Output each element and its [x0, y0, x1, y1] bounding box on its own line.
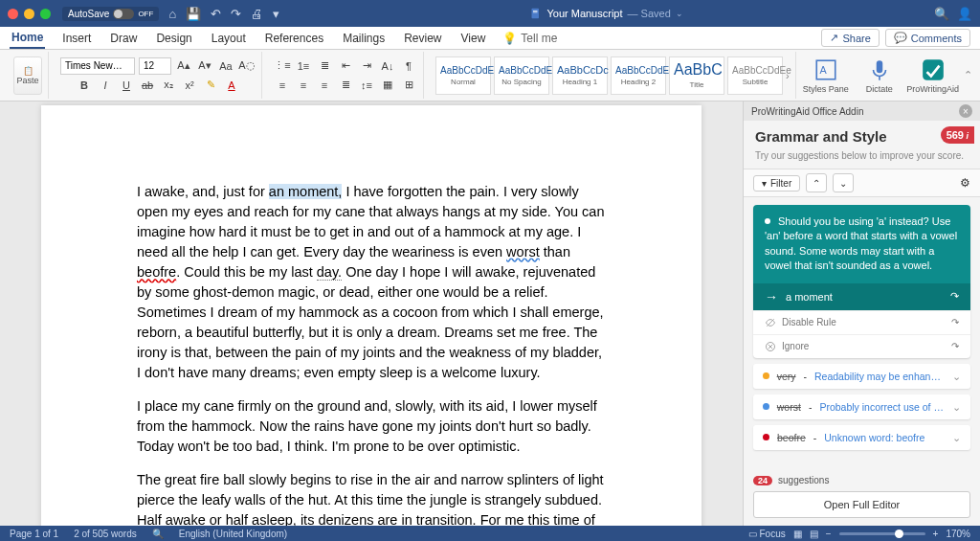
page[interactable]: I awake, and, just for an moment, I have…: [41, 105, 702, 526]
style-heading1[interactable]: AaBbCcDcHeading 1: [552, 56, 608, 95]
tab-home[interactable]: Home: [10, 28, 45, 49]
highlight-icon[interactable]: ✎: [202, 77, 219, 94]
ignore-rule[interactable]: Ignore↷: [753, 334, 970, 358]
replacement-row[interactable]: →a moment↷: [753, 283, 970, 310]
decrease-font-icon[interactable]: A▾: [196, 57, 213, 75]
view-print-icon[interactable]: ▦: [793, 529, 802, 539]
justify-icon[interactable]: ≣: [337, 77, 354, 94]
tab-view[interactable]: View: [459, 29, 488, 48]
paragraph-3[interactable]: The great fire ball slowly begins to ris…: [137, 470, 606, 526]
style-title[interactable]: AaBbCTitle: [669, 56, 724, 95]
paste-button[interactable]: 📋Paste: [13, 56, 42, 95]
account-icon[interactable]: 👤: [957, 7, 972, 21]
share-button[interactable]: ↗ Share: [821, 29, 879, 47]
zoom-window[interactable]: [40, 9, 51, 19]
tab-design[interactable]: Design: [154, 29, 193, 48]
subscript-icon[interactable]: x₂: [160, 77, 177, 94]
font-select[interactable]: [60, 57, 135, 75]
comments-button[interactable]: 💬 Comments: [885, 29, 970, 47]
redo-icon[interactable]: ↷: [231, 7, 241, 21]
svg-rect-5: [876, 60, 882, 73]
font-color-icon[interactable]: A: [223, 77, 240, 94]
prowritingaid-button[interactable]: ProWritingAid: [909, 57, 957, 94]
style-nospacing[interactable]: AaBbCcDdEeNo Spacing: [494, 56, 549, 95]
search-icon[interactable]: 🔍: [934, 7, 949, 21]
dictate-button[interactable]: Dictate: [856, 57, 903, 94]
increase-font-icon[interactable]: A▴: [175, 57, 192, 75]
collapse-ribbon-icon[interactable]: ⌃: [964, 69, 972, 81]
show-marks-icon[interactable]: ¶: [400, 57, 417, 75]
doc-name: Your Manuscript: [546, 8, 622, 19]
window-controls[interactable]: [8, 9, 51, 19]
underline-icon[interactable]: U: [118, 77, 135, 94]
sort-icon[interactable]: A↓: [379, 57, 396, 75]
home-icon[interactable]: ⌂: [168, 7, 176, 21]
bullets-icon[interactable]: ⋮≡: [274, 57, 291, 75]
align-left-icon[interactable]: ≡: [274, 77, 291, 94]
ribbon-tabs: Home Insert Draw Design Layout Reference…: [0, 27, 980, 50]
undo-icon[interactable]: ↶: [211, 7, 221, 21]
bold-icon[interactable]: B: [76, 77, 93, 94]
close-pane-icon[interactable]: ×: [959, 104, 972, 118]
view-web-icon[interactable]: ▤: [810, 529, 818, 539]
outdent-icon[interactable]: ⇤: [337, 57, 354, 75]
zoom-out-icon[interactable]: −: [826, 529, 832, 539]
line-spacing-icon[interactable]: ↕≡: [358, 77, 375, 94]
prev-issue-button[interactable]: ⌃: [806, 173, 827, 192]
tab-insert[interactable]: Insert: [60, 29, 93, 48]
close-window[interactable]: [8, 9, 18, 19]
language-indicator[interactable]: English (United Kingdom): [179, 529, 287, 539]
style-heading2[interactable]: AaBbCcDdEeHeading 2: [611, 56, 666, 95]
status-bar: Page 1 of 1 2 of 505 words 🔍 English (Un…: [0, 526, 980, 541]
numbering-icon[interactable]: 1≡: [295, 57, 312, 75]
strike-icon[interactable]: ab: [139, 77, 156, 94]
paragraph-2[interactable]: I place my cane firmly on the ground and…: [137, 396, 606, 457]
paragraph-1[interactable]: I awake, and, just for an moment, I have…: [137, 182, 606, 383]
filter-button[interactable]: ▾ Filter: [753, 175, 800, 192]
suggestion-beofre[interactable]: beofre-Unknown word: beofre⌄: [753, 425, 970, 450]
shading-icon[interactable]: ▦: [379, 77, 396, 94]
print-icon[interactable]: 🖨: [251, 7, 263, 21]
style-normal[interactable]: AaBbCcDdEeNormal: [435, 56, 491, 95]
suggestion-worst[interactable]: worst-Probably incorrect use of s…⌄: [753, 394, 970, 419]
italic-icon[interactable]: I: [97, 77, 114, 94]
suggestion-card-main[interactable]: Should you be using 'a' instead? Use 'an…: [753, 205, 970, 358]
zoom-in-icon[interactable]: +: [933, 529, 939, 539]
style-subtitle[interactable]: AaBbCcDdEeSubtitle: [727, 56, 783, 95]
autosave-toggle[interactable]: AutoSave OFF: [62, 7, 159, 21]
clear-format-icon[interactable]: A◌: [238, 57, 256, 75]
document-area[interactable]: I awake, and, just for an moment, I have…: [0, 101, 743, 526]
customize-icon[interactable]: ▾: [273, 7, 279, 21]
qat: ⌂ 💾 ↶ ↷ 🖨 ▾: [168, 7, 279, 21]
tab-layout[interactable]: Layout: [210, 29, 248, 48]
minimize-window[interactable]: [24, 9, 34, 19]
next-issue-button[interactable]: ⌄: [833, 173, 854, 192]
word-count[interactable]: 2 of 505 words: [74, 529, 137, 539]
tab-references[interactable]: References: [263, 29, 325, 48]
spellcheck-icon[interactable]: 🔍: [152, 529, 164, 539]
tell-me[interactable]: 💡 Tell me: [502, 32, 557, 45]
zoom-level[interactable]: 170%: [946, 529, 970, 539]
pane-subtext: Try our suggestions below to improve you…: [744, 150, 980, 169]
size-select[interactable]: [139, 57, 171, 75]
open-full-editor-button[interactable]: Open Full Editor: [753, 491, 970, 518]
focus-mode[interactable]: ▭ Focus: [748, 529, 786, 539]
superscript-icon[interactable]: x²: [181, 77, 198, 94]
disable-rule[interactable]: Disable Rule↷: [753, 310, 970, 334]
tab-mailings[interactable]: Mailings: [341, 29, 387, 48]
tab-review[interactable]: Review: [402, 29, 443, 48]
page-indicator[interactable]: Page 1 of 1: [10, 529, 58, 539]
multilevel-icon[interactable]: ≣: [316, 57, 333, 75]
indent-icon[interactable]: ⇥: [358, 57, 375, 75]
zoom-slider[interactable]: [839, 532, 925, 535]
align-right-icon[interactable]: ≡: [316, 77, 333, 94]
tab-draw[interactable]: Draw: [108, 29, 139, 48]
styles-pane-button[interactable]: A Styles Pane: [802, 57, 850, 94]
change-case-icon[interactable]: Aa: [217, 57, 234, 75]
borders-icon[interactable]: ⊞: [400, 77, 417, 94]
styles-more-icon[interactable]: ›: [786, 70, 790, 81]
align-center-icon[interactable]: ≡: [295, 77, 312, 94]
save-icon[interactable]: 💾: [186, 7, 201, 21]
settings-icon[interactable]: ⚙: [960, 176, 970, 190]
suggestion-very[interactable]: very-Readability may be enhance…⌄: [753, 364, 970, 389]
